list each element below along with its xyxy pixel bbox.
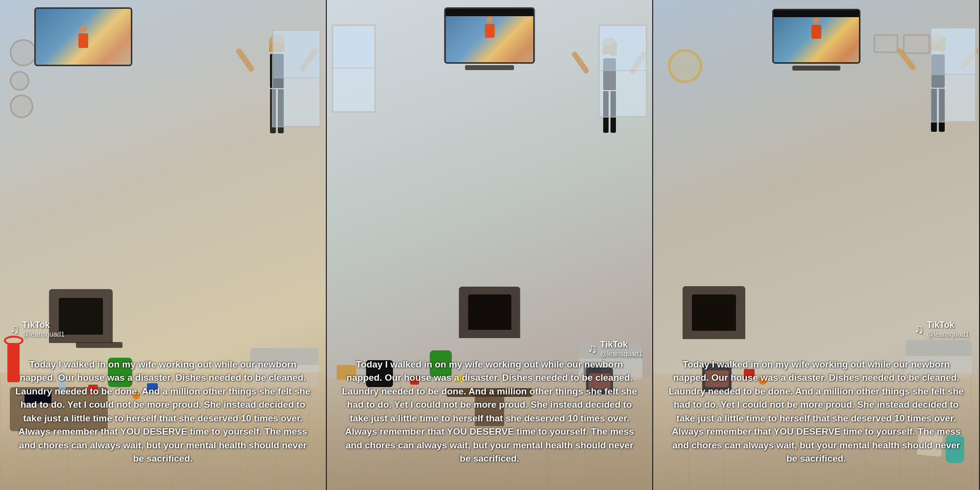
tv-workout-figure — [78, 25, 88, 48]
table-item-bottle — [59, 372, 66, 394]
fireplace-2 — [459, 287, 520, 338]
figure-head — [80, 25, 87, 32]
figure-body-3 — [811, 25, 821, 39]
snack-bag — [917, 430, 943, 457]
room-background-2 — [327, 0, 653, 490]
window — [272, 29, 321, 127]
figure-head-2 — [486, 16, 493, 23]
tv-frame — [34, 7, 132, 66]
tiktok-brand-2: TikTok @leansquad1 — [600, 340, 643, 358]
fireplace-3 — [683, 286, 745, 339]
window-top — [273, 31, 319, 78]
toy-yellow-2 — [454, 375, 464, 382]
baby-bouncer-3 — [702, 364, 732, 392]
tv-figure-3 — [774, 17, 859, 39]
chair — [472, 392, 507, 426]
tiktok-icon-2: ♫ — [588, 341, 597, 356]
sofa-back — [250, 348, 318, 365]
wall-circle-med — [10, 95, 33, 118]
tiktok-label-3: TikTok — [927, 320, 954, 330]
room-background-1 — [0, 0, 326, 490]
toy-hoop-post — [7, 343, 20, 382]
toy-blue — [147, 383, 158, 392]
window-top-2 — [333, 26, 374, 69]
tiktok-handle-3: @leansquad1 — [927, 330, 969, 338]
wall-frame-right — [903, 34, 930, 54]
tv-figure-2 — [446, 16, 534, 38]
tiktok-icon-1: ♫ — [10, 321, 20, 337]
wall-circle — [10, 39, 37, 66]
window-3 — [930, 27, 977, 122]
table-item-scale — [24, 390, 51, 403]
video-panel-3: ♫ TikTok @leansquad1 Today I walked in o… — [653, 0, 980, 490]
tv-2 — [444, 7, 535, 64]
arm-l-2 — [571, 50, 590, 74]
video-panel-2: ♫ TikTok @leansquad1 Today I walked in o… — [327, 0, 654, 490]
tv-screen-2 — [446, 16, 534, 64]
tv-frame-3 — [772, 9, 860, 64]
toy-flower-2 — [337, 365, 356, 380]
wall-frame-mid — [874, 34, 898, 53]
window-right-top-2 — [600, 26, 646, 71]
window-right-2 — [598, 24, 647, 118]
bouncer-seat-3 — [705, 370, 729, 387]
tiktok-icon-3: ♫ — [914, 321, 924, 337]
table-top-2 — [447, 388, 533, 397]
tv-stand — [76, 342, 122, 348]
wall-circle-small — [10, 71, 29, 91]
bouncer-seat-2 — [588, 373, 611, 389]
sofa-3 — [906, 340, 972, 378]
tiktok-label-2: TikTok — [600, 340, 628, 349]
tiktok-handle-1: @leansquad1 — [23, 330, 65, 338]
cup-teal — [946, 436, 964, 463]
wall-circle-gold — [668, 49, 702, 83]
tiktok-watermark-3: ♫ TikTok @leansquad1 — [914, 320, 969, 338]
tiktok-label-1: TikTok — [23, 320, 50, 330]
window-2 — [332, 24, 376, 113]
chair-seat — [475, 397, 504, 426]
fireplace-inner-2 — [468, 294, 511, 330]
window-top-3 — [931, 28, 975, 75]
tv-stand-3 — [792, 66, 840, 71]
wall-decor-left — [10, 39, 37, 118]
fireplace-inner — [59, 298, 103, 335]
baby-bouncer-2 — [586, 368, 613, 394]
air-fryer — [366, 360, 393, 387]
tv-screen — [36, 9, 131, 65]
toy-dino — [108, 358, 132, 387]
toy-red-3 — [744, 369, 755, 380]
tv-screen-3 — [774, 17, 859, 64]
tv-frame-2 — [444, 7, 535, 64]
toy-dino-2 — [430, 350, 452, 377]
tiktok-handle-2: @leansquad1 — [600, 350, 643, 358]
tv-stand-2 — [465, 65, 514, 70]
tiktok-brand-3: TikTok @leansquad1 — [927, 320, 969, 338]
tiktok-brand-1: TikTok @leansquad1 — [23, 320, 65, 338]
fireplace-inner-3 — [692, 294, 736, 331]
sofa-back-3 — [906, 340, 972, 356]
toy-red-2 — [410, 376, 419, 385]
tv — [34, 7, 122, 66]
figure-body-2 — [485, 24, 494, 38]
left-arm — [235, 48, 255, 73]
toy-red — [88, 385, 98, 394]
figure-body — [78, 33, 88, 48]
figure-head-3 — [813, 17, 820, 24]
room-background-3 — [653, 0, 979, 490]
tiktok-watermark-1: ♫ TikTok @leansquad1 — [10, 320, 65, 338]
tv-3 — [772, 9, 860, 64]
tiktok-watermark-2: ♫ TikTok @leansquad1 — [588, 340, 642, 358]
toy-orange — [132, 392, 140, 399]
video-panel-1: ♫ TikTok @leansquad1 Today I walked in o… — [0, 0, 327, 490]
